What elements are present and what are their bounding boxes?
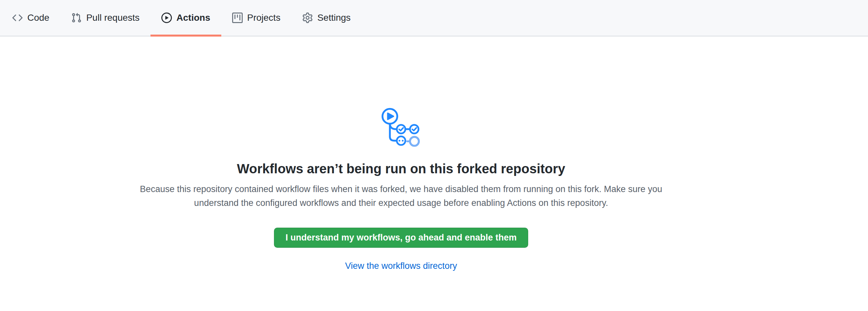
enable-workflows-button[interactable]: I understand my workflows, go ahead and … bbox=[274, 228, 528, 248]
blankslate-description: Because this repository contained workfl… bbox=[121, 182, 681, 210]
tab-projects[interactable]: Projects bbox=[221, 0, 291, 36]
code-icon bbox=[12, 12, 23, 23]
project-icon bbox=[232, 12, 243, 23]
tab-code-label: Code bbox=[27, 12, 50, 23]
workflow-graph-icon bbox=[378, 105, 424, 149]
view-workflows-directory-link[interactable]: View the workflows directory bbox=[345, 261, 457, 271]
tab-actions-label: Actions bbox=[177, 12, 210, 23]
tab-code[interactable]: Code bbox=[1, 0, 60, 36]
tab-pull-requests[interactable]: Pull requests bbox=[60, 0, 151, 36]
play-icon bbox=[161, 12, 172, 23]
tab-pull-requests-label: Pull requests bbox=[86, 12, 140, 23]
actions-blankslate: Workflows aren’t being run on this forke… bbox=[121, 37, 681, 271]
page-title: Workflows aren’t being run on this forke… bbox=[237, 160, 565, 177]
tab-settings[interactable]: Settings bbox=[291, 0, 362, 36]
git-pull-request-icon bbox=[71, 12, 82, 23]
tab-actions[interactable]: Actions bbox=[151, 0, 221, 36]
tab-projects-label: Projects bbox=[247, 12, 281, 23]
tab-settings-label: Settings bbox=[317, 12, 351, 23]
gear-icon bbox=[302, 12, 313, 23]
repo-tab-bar: Code Pull requests Actions Projects Sett… bbox=[0, 0, 868, 37]
